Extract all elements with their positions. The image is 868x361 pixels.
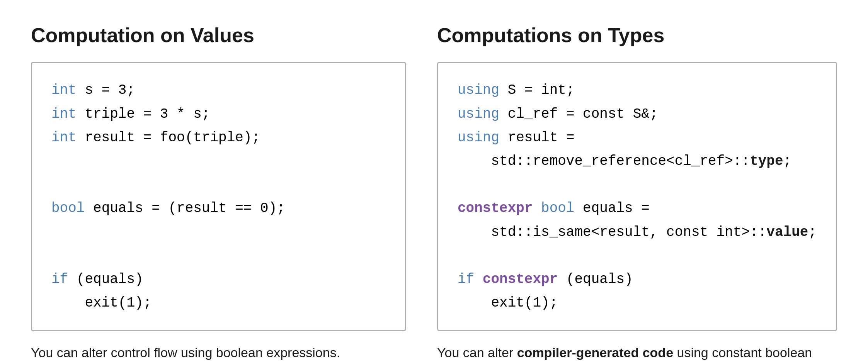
right-code-line-6: std::is_same<result, const int>::value;	[458, 220, 817, 244]
right-caption-plain: You can alter	[437, 345, 517, 360]
kw-if-2: if	[458, 271, 474, 287]
left-column: Computation on Values int s = 3; int tri…	[31, 23, 406, 361]
code-line-1: int s = 3;	[51, 78, 386, 102]
right-code-line-3: using result =	[458, 126, 817, 149]
right-code-text-3: result =	[499, 130, 574, 146]
code-text-5: (equals)	[68, 271, 143, 287]
right-code-line-8: exit(1);	[458, 291, 817, 315]
code-line-3: int result = foo(triple);	[51, 126, 386, 149]
code-text-4: equals = (result == 0);	[85, 200, 285, 216]
right-title: Computations on Types	[437, 23, 837, 47]
left-caption: You can alter control flow using boolean…	[31, 343, 406, 361]
right-code-text-8: exit(1);	[458, 295, 558, 311]
right-code-text-4: std::remove_reference<cl_ref>::	[458, 153, 750, 169]
kw-value: value	[766, 224, 808, 240]
right-code-text-5	[533, 200, 541, 216]
code-line-2: int triple = 3 * s;	[51, 102, 386, 126]
kw-type: type	[750, 153, 783, 169]
right-code-box: using S = int; using cl_ref = const S&; …	[437, 62, 837, 331]
right-code-text-6: std::is_same<result, const int>::	[458, 224, 766, 240]
right-blank-1	[458, 173, 817, 197]
right-blank-2	[458, 244, 817, 268]
right-code-text-7	[474, 271, 483, 287]
right-code-line-5: constexpr bool equals =	[458, 197, 817, 220]
kw-if-1: if	[51, 271, 68, 287]
left-code-box: int s = 3; int triple = 3 * s; int resul…	[31, 62, 406, 331]
kw-bool-2: bool	[541, 200, 574, 216]
kw-using-2: using	[458, 106, 499, 122]
kw-bool-1: bool	[51, 200, 85, 216]
right-column: Computations on Types using S = int; usi…	[437, 23, 837, 361]
kw-int-2: int	[51, 106, 77, 122]
right-code-line-1: using S = int;	[458, 78, 817, 102]
right-code-line-2: using cl_ref = const S&;	[458, 102, 817, 126]
right-caption-bold: compiler-generated code	[517, 345, 673, 360]
code-text-1: s = 3;	[77, 82, 135, 98]
blank-2	[51, 173, 386, 197]
right-code-line-7: if constexpr (equals)	[458, 268, 817, 291]
right-code-text-2: cl_ref = const S&;	[499, 106, 658, 122]
code-line-5: if (equals)	[51, 268, 386, 291]
blank-3	[51, 220, 386, 244]
kw-using-3: using	[458, 130, 499, 146]
left-title: Computation on Values	[31, 23, 406, 47]
right-caption: You can alter compiler-generated code us…	[437, 343, 837, 361]
right-code-text-6b: ;	[808, 224, 817, 240]
right-code-text-1: S = int;	[499, 82, 574, 98]
code-text-6: exit(1);	[51, 295, 151, 311]
page-container: Computation on Values int s = 3; int tri…	[0, 0, 868, 361]
code-text-3: result = foo(triple);	[77, 130, 260, 146]
kw-constexpr-2: constexpr	[483, 271, 558, 287]
code-text-2: triple = 3 * s;	[77, 106, 210, 122]
code-line-6: exit(1);	[51, 291, 386, 315]
kw-int-1: int	[51, 82, 77, 98]
right-code-text-7b: (equals)	[558, 271, 633, 287]
code-line-4: bool equals = (result == 0);	[51, 197, 386, 220]
blank-4	[51, 244, 386, 268]
right-code-text-4b: ;	[783, 153, 792, 169]
right-code-text-5b: equals =	[574, 200, 649, 216]
right-code-line-4: std::remove_reference<cl_ref>::type;	[458, 149, 817, 173]
kw-int-3: int	[51, 130, 77, 146]
kw-using-1: using	[458, 82, 499, 98]
blank-1	[51, 149, 386, 173]
two-col-layout: Computation on Values int s = 3; int tri…	[31, 23, 837, 361]
kw-constexpr-1: constexpr	[458, 200, 533, 216]
